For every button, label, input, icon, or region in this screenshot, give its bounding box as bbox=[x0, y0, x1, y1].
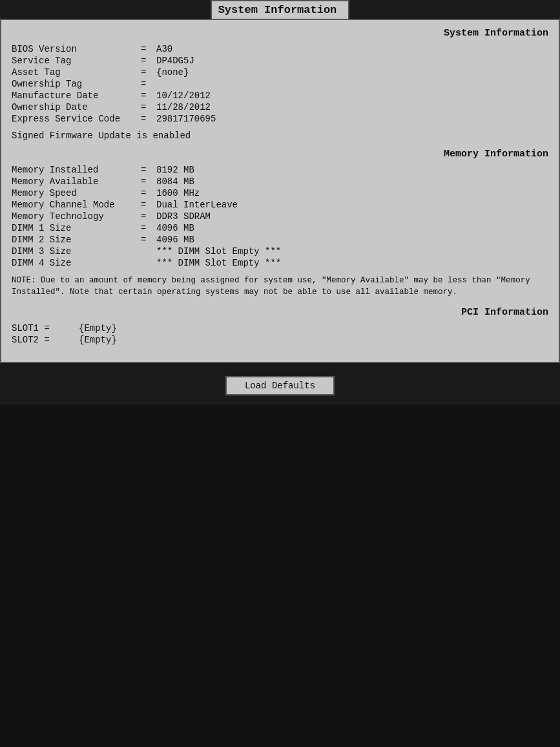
bottom-dark-area bbox=[0, 405, 560, 747]
row-eq: = bbox=[141, 67, 152, 78]
table-row: Ownership Tag = bbox=[12, 79, 548, 89]
row-value: {none} bbox=[156, 67, 189, 78]
row-eq: = bbox=[141, 79, 152, 89]
row-value: *** DIMM Slot Empty *** bbox=[156, 258, 281, 268]
row-value: A30 bbox=[156, 44, 172, 54]
row-eq: = bbox=[141, 176, 152, 187]
memory-section: Memory Information Memory Installed = 81… bbox=[12, 149, 548, 298]
table-row: Manufacture Date = 10/12/2012 bbox=[12, 90, 548, 101]
window-title: System Information bbox=[218, 4, 337, 16]
row-eq: = bbox=[141, 102, 152, 112]
bottom-bar: Load Defaults bbox=[225, 376, 335, 405]
row-eq: = bbox=[141, 90, 152, 101]
firmware-notice: Signed Firmware Update is enabled bbox=[12, 131, 548, 141]
row-eq: = bbox=[141, 56, 152, 66]
row-eq: = bbox=[141, 211, 152, 222]
table-row: BIOS Version = A30 bbox=[12, 44, 548, 54]
row-label: SLOT1 = bbox=[12, 323, 63, 333]
row-value: DP4DG5J bbox=[156, 56, 194, 66]
table-row: SLOT2 = {Empty} bbox=[12, 335, 548, 345]
table-row: Memory Technology = DDR3 SDRAM bbox=[12, 211, 548, 222]
table-row: Memory Available = 8084 MB bbox=[12, 176, 548, 187]
table-row: Memory Installed = 8192 MB bbox=[12, 165, 548, 175]
row-value: 29817170695 bbox=[156, 114, 216, 124]
row-eq: = bbox=[141, 235, 152, 245]
row-eq: = bbox=[141, 200, 152, 210]
row-value: Dual InterLeave bbox=[156, 200, 238, 210]
row-value: DDR3 SDRAM bbox=[156, 211, 211, 222]
row-value: 11/28/2012 bbox=[156, 102, 211, 112]
row-value: 4096 MB bbox=[156, 223, 194, 233]
row-label: BIOS Version bbox=[12, 44, 141, 54]
row-label: Express Service Code bbox=[12, 114, 141, 124]
row-label: DIMM 3 Size bbox=[12, 246, 141, 257]
table-row: Service Tag = DP4DG5J bbox=[12, 56, 548, 66]
row-label: Service Tag bbox=[12, 56, 141, 66]
table-row: SLOT1 = {Empty} bbox=[12, 323, 548, 333]
row-value: *** DIMM Slot Empty *** bbox=[156, 246, 281, 257]
table-row: DIMM 4 Size *** DIMM Slot Empty *** bbox=[12, 258, 548, 268]
table-row: Express Service Code = 29817170695 bbox=[12, 114, 548, 124]
row-eq: = bbox=[141, 223, 152, 233]
row-label: SLOT2 = bbox=[12, 335, 63, 345]
row-label: Asset Tag bbox=[12, 67, 141, 78]
row-eq: = bbox=[141, 188, 152, 198]
row-label: Memory Installed bbox=[12, 165, 141, 175]
row-value: {Empty} bbox=[79, 323, 117, 333]
window-title-bar: System Information bbox=[211, 0, 350, 19]
row-label: Ownership Date bbox=[12, 102, 141, 112]
pci-info-table: SLOT1 = {Empty} SLOT2 = {Empty} bbox=[12, 323, 548, 345]
table-row: DIMM 2 Size = 4096 MB bbox=[12, 235, 548, 245]
system-info-header: System Information bbox=[12, 28, 548, 39]
pci-section: PCI Information SLOT1 = {Empty} SLOT2 = … bbox=[12, 307, 548, 345]
system-info-table: BIOS Version = A30 Service Tag = DP4DG5J… bbox=[12, 44, 548, 124]
row-label: Memory Technology bbox=[12, 211, 141, 222]
row-label: DIMM 4 Size bbox=[12, 258, 141, 268]
content-box: System Information BIOS Version = A30 Se… bbox=[0, 19, 560, 363]
row-label: Manufacture Date bbox=[12, 90, 141, 101]
table-row: Asset Tag = {none} bbox=[12, 67, 548, 78]
row-eq: = bbox=[141, 44, 152, 54]
row-eq: = bbox=[141, 114, 152, 124]
memory-info-header: Memory Information bbox=[12, 149, 548, 160]
row-label: Memory Available bbox=[12, 176, 141, 187]
table-row: DIMM 3 Size *** DIMM Slot Empty *** bbox=[12, 246, 548, 257]
row-eq: = bbox=[141, 165, 152, 175]
row-value: 4096 MB bbox=[156, 235, 194, 245]
row-label: DIMM 2 Size bbox=[12, 235, 141, 245]
table-row: DIMM 1 Size = 4096 MB bbox=[12, 223, 548, 233]
row-value: {Empty} bbox=[79, 335, 117, 345]
table-row: Memory Channel Mode = Dual InterLeave bbox=[12, 200, 548, 210]
memory-note: NOTE: Due to an amount of memory being a… bbox=[12, 275, 548, 298]
row-value: 1600 MHz bbox=[156, 188, 200, 198]
table-row: Memory Speed = 1600 MHz bbox=[12, 188, 548, 198]
row-value: 10/12/2012 bbox=[156, 90, 211, 101]
load-defaults-button[interactable]: Load Defaults bbox=[225, 376, 335, 395]
row-label: DIMM 1 Size bbox=[12, 223, 141, 233]
row-label: Ownership Tag bbox=[12, 79, 141, 89]
pci-info-header: PCI Information bbox=[12, 307, 548, 318]
row-label: Memory Speed bbox=[12, 188, 141, 198]
row-value: 8192 MB bbox=[156, 165, 194, 175]
memory-info-table: Memory Installed = 8192 MB Memory Availa… bbox=[12, 165, 548, 268]
row-value: 8084 MB bbox=[156, 176, 194, 187]
row-label: Memory Channel Mode bbox=[12, 200, 141, 210]
table-row: Ownership Date = 11/28/2012 bbox=[12, 102, 548, 112]
